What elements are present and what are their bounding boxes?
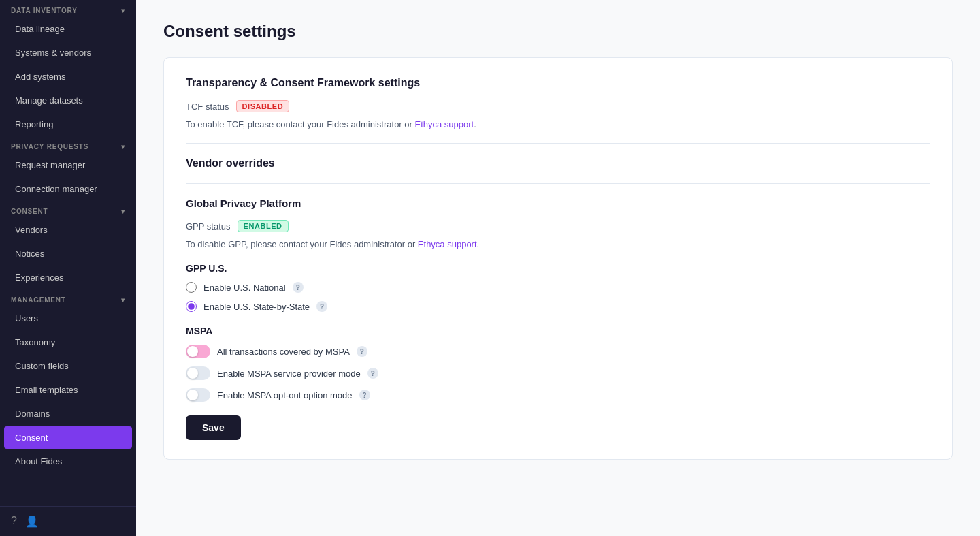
chevron-icon: ▾ [121, 7, 125, 14]
help-icon[interactable]: ? [11, 515, 17, 528]
gpp-status-badge: ENABLED [238, 220, 289, 232]
gpp-description: To disable GPP, please contact your Fide… [186, 239, 930, 249]
sidebar-item-systems-vendors[interactable]: Systems & vendors [4, 42, 132, 64]
tcf-description: To enable TCF, please contact your Fides… [186, 119, 930, 129]
sidebar-item-about-fides[interactable]: About Fides [4, 450, 132, 473]
user-icon[interactable]: 👤 [25, 515, 39, 528]
help-icon-gpp-state[interactable]: ? [316, 301, 327, 312]
sidebar-item-reporting[interactable]: Reporting [4, 113, 132, 136]
sidebar-item-data-lineage[interactable]: Data lineage [4, 18, 132, 40]
page-title: Consent settings [163, 22, 953, 41]
sidebar-item-consent[interactable]: Consent [4, 426, 132, 449]
mspa-toggle-all-transactions-control[interactable] [186, 345, 210, 358]
sidebar-section-data-inventory[interactable]: DATA INVENTORY ▾ [0, 0, 136, 17]
tcf-status-label: TCF status [186, 101, 229, 112]
sidebar-item-email-templates[interactable]: Email templates [4, 379, 132, 401]
mspa-title: MSPA [186, 326, 930, 336]
chevron-icon: ▾ [121, 143, 125, 151]
sidebar-item-request-manager[interactable]: Request manager [4, 154, 132, 176]
sidebar-item-add-systems[interactable]: Add systems [4, 65, 132, 88]
gpp-section: Global Privacy Platform GPP status ENABL… [186, 198, 930, 402]
gpp-status-row: GPP status ENABLED [186, 220, 930, 232]
tcf-support-link[interactable]: Ethyca support [415, 119, 474, 129]
help-icon-mspa-all[interactable]: ? [357, 346, 368, 357]
sidebar-item-notices[interactable]: Notices [4, 242, 132, 265]
sidebar-item-experiences[interactable]: Experiences [4, 266, 132, 289]
chevron-icon: ▾ [121, 296, 125, 304]
mspa-toggle-service-provider: Enable MSPA service provider mode ? [186, 366, 930, 380]
mspa-toggle-service-provider-control[interactable] [186, 366, 210, 380]
divider-1 [186, 143, 930, 144]
tcf-status-badge: DISABLED [236, 100, 290, 112]
gpp-us-title: GPP U.S. [186, 263, 930, 274]
sidebar-item-users[interactable]: Users [4, 307, 132, 330]
sidebar-item-taxonomy[interactable]: Taxonomy [4, 331, 132, 353]
vendor-overrides-title: Vendor overrides [186, 157, 930, 170]
sidebar-item-domains[interactable]: Domains [4, 403, 132, 425]
tcf-status-row: TCF status DISABLED [186, 100, 930, 112]
sidebar-item-custom-fields[interactable]: Custom fields [4, 355, 132, 377]
radio-input-gpp-national[interactable] [186, 282, 197, 293]
sidebar-section-management[interactable]: MANAGEMENT ▾ [0, 289, 136, 306]
mspa-toggle-all-transactions: All transactions covered by MSPA ? [186, 345, 930, 358]
divider-2 [186, 183, 930, 184]
gpp-section-title: Global Privacy Platform [186, 198, 930, 209]
radio-input-gpp-state[interactable] [186, 301, 197, 312]
save-button[interactable]: Save [186, 415, 241, 440]
chevron-icon: ▾ [121, 208, 125, 215]
mspa-toggles: All transactions covered by MSPA ? Enabl… [186, 345, 930, 402]
sidebar-item-manage-datasets[interactable]: Manage datasets [4, 89, 132, 112]
sidebar-item-connection-manager[interactable]: Connection manager [4, 178, 132, 200]
gpp-status-label: GPP status [186, 221, 231, 232]
mspa-toggle-opt-out-control[interactable] [186, 388, 210, 402]
sidebar-section-privacy-requests[interactable]: PRIVACY REQUESTS ▾ [0, 136, 136, 153]
gpp-radio-group: Enable U.S. National ? Enable U.S. State… [186, 282, 930, 312]
sidebar-section-consent[interactable]: CONSENT ▾ [0, 201, 136, 218]
gpp-support-link[interactable]: Ethyca support [418, 239, 477, 249]
sidebar-footer: ? 👤 [0, 506, 136, 536]
consent-settings-card: Transparency & Consent Framework setting… [163, 57, 953, 460]
tcf-section-title: Transparency & Consent Framework setting… [186, 77, 930, 89]
radio-gpp-state[interactable]: Enable U.S. State-by-State ? [186, 301, 930, 312]
main-content: Consent settings Transparency & Consent … [136, 0, 980, 536]
help-icon-mspa-service[interactable]: ? [368, 368, 378, 379]
sidebar: DATA INVENTORY ▾ Data lineage Systems & … [0, 0, 136, 536]
help-icon-mspa-opt-out[interactable]: ? [359, 390, 370, 400]
radio-gpp-national[interactable]: Enable U.S. National ? [186, 282, 930, 293]
mspa-toggle-opt-out: Enable MSPA opt-out option mode ? [186, 388, 930, 402]
sidebar-item-vendors[interactable]: Vendors [4, 219, 132, 241]
help-icon-gpp-national[interactable]: ? [293, 282, 304, 293]
tcf-section: Transparency & Consent Framework setting… [186, 77, 930, 129]
